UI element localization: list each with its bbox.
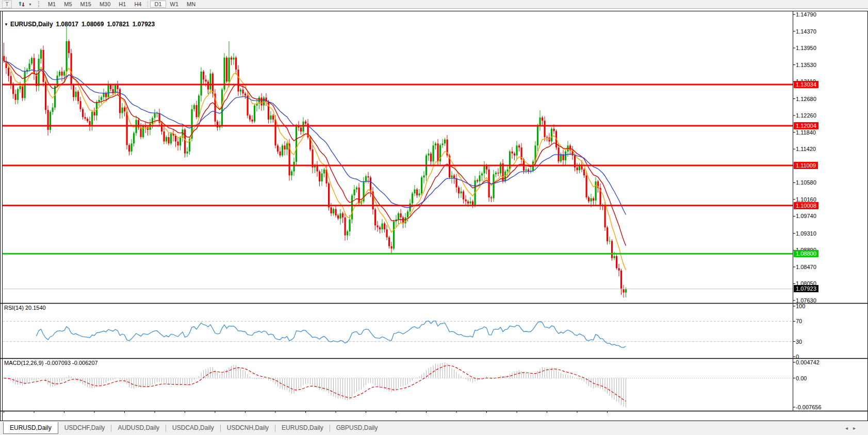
price-axis-tick: 1.12260 <box>796 112 816 119</box>
chart-symbol-header[interactable]: ▼EURUSD,Daily1.080171.080691.078211.0792… <box>4 21 155 28</box>
resistance-price-badge: 1.11009 <box>794 162 818 169</box>
macd-axis-tick: -0.007656 <box>796 404 822 410</box>
toolbar-dropdown-icon[interactable]: ▼ <box>28 1 32 8</box>
price-axis-tick: 1.12680 <box>796 96 816 102</box>
resistance-price-badge: 1.10008 <box>794 202 818 209</box>
price-axis-tick: 1.13530 <box>796 62 816 68</box>
chart-tab-bar: EURUSD,DailyUSDCHF,DailyAUDUSD,DailyUSDC… <box>0 422 868 435</box>
ohlc-low: 1.07821 <box>107 21 129 28</box>
chart-tab-eurusd-daily[interactable]: EURUSD,Daily <box>3 422 58 434</box>
tab-scroll-left-icon[interactable]: ◂ <box>845 425 853 431</box>
price-axis-tick: 1.09310 <box>796 230 816 237</box>
symbol-label: EURUSD,Daily <box>10 21 53 28</box>
resistance-price-badge: 1.13034 <box>794 81 818 88</box>
tab-scroll-right-icon[interactable]: ▸ <box>853 425 861 431</box>
symbol-dropdown-icon[interactable]: ▼ <box>4 22 8 27</box>
chart-tab-audusd-daily[interactable]: AUDUSD,Daily <box>111 422 166 434</box>
support-price-badge: 1.08800 <box>794 250 818 257</box>
price-axis-tick: 1.11840 <box>796 129 816 136</box>
price-axis-tick: 1.10580 <box>796 179 816 186</box>
rsi-indicator-label: RSI(14) 20.1540 <box>4 305 46 311</box>
ohlc-high: 1.08069 <box>81 21 104 28</box>
resistance-price-badge: 1.12004 <box>794 122 818 129</box>
chart-tab-gbpusd-daily[interactable]: GBPUSD,Daily <box>330 422 384 434</box>
text-tool-button[interactable]: T <box>2 1 12 8</box>
macd-axis-tick: 0.00 <box>796 375 807 381</box>
rsi-axis-tick: 100 <box>796 303 805 309</box>
chart-tab-usdchf-daily[interactable]: USDCHF,Daily <box>58 422 111 434</box>
price-axis-tick: 1.09740 <box>796 213 816 219</box>
price-axis-tick: 1.13950 <box>796 45 816 51</box>
macd-indicator-label: MACD(12,26,9) -0.007093 -0.006207 <box>4 360 98 366</box>
chart-tab-usdcnh-daily[interactable]: USDCNH,Daily <box>221 422 275 434</box>
timeframe-button-m30[interactable]: M30 <box>95 1 114 8</box>
ohlc-open: 1.08017 <box>56 21 78 28</box>
timeframe-button-h4[interactable]: H4 <box>130 1 145 8</box>
double-arrow-icon[interactable] <box>17 1 26 8</box>
price-axis-tick: 1.11420 <box>796 146 816 152</box>
ohlc-close: 1.07923 <box>133 21 155 28</box>
chart-canvas <box>0 9 868 430</box>
chart-tab-eurusd-daily[interactable]: EURUSD,Daily <box>275 422 330 434</box>
chart-window[interactable]: ▼EURUSD,Daily1.080171.080691.078211.0792… <box>0 9 868 422</box>
rsi-axis-tick: 70 <box>796 318 802 324</box>
timeframe-button-h1[interactable]: H1 <box>114 1 130 8</box>
timeframe-button-m5[interactable]: M5 <box>60 1 76 8</box>
timeframe-button-m1[interactable]: M1 <box>44 1 60 8</box>
chart-tab-usdcad-daily[interactable]: USDCAD,Daily <box>166 422 220 434</box>
toolbar-grip <box>38 1 41 7</box>
timeframe-button-mn[interactable]: MN <box>183 1 200 8</box>
toolbar-separator <box>148 1 148 7</box>
price-axis-tick: 1.08470 <box>796 264 816 270</box>
price-axis-tick: 1.14370 <box>796 28 816 35</box>
rsi-axis-tick: 30 <box>796 339 802 345</box>
timeframe-button-w1[interactable]: W1 <box>166 1 183 8</box>
timeframe-button-m15[interactable]: M15 <box>76 1 95 8</box>
top-toolbar: T ▼ M1M5M15M30H1H4D1W1MN <box>0 0 868 9</box>
current-price-badge: 1.07923 <box>794 285 818 292</box>
macd-axis-tick: 0.004742 <box>796 359 820 365</box>
timeframe-button-d1[interactable]: D1 <box>150 1 166 8</box>
price-axis-tick: 1.14790 <box>796 11 816 18</box>
